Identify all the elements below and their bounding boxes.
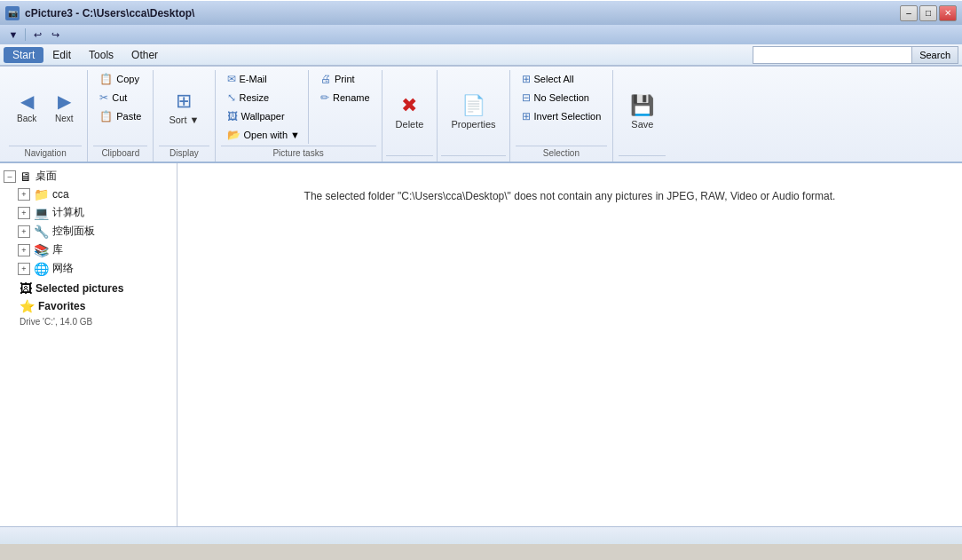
navigation-buttons: ◀ Back ▶ Next — [9, 70, 82, 144]
rename-button[interactable]: ✏ Rename — [314, 89, 376, 106]
delete-icon: ✖ — [401, 94, 417, 117]
quick-access-toolbar: ▼ ↩ ↪ — [0, 25, 962, 44]
wallpaper-button[interactable]: 🖼 Wallpaper — [221, 107, 306, 125]
computer-icon: 💻 — [34, 206, 49, 220]
quick-back-btn[interactable]: ↩ — [29, 27, 45, 43]
print-button[interactable]: 🖨 Print — [314, 70, 376, 88]
email-button[interactable]: ✉ E-Mail — [221, 70, 306, 88]
resize-icon: ⤡ — [227, 91, 236, 104]
computer-label: 计算机 — [52, 205, 84, 220]
copy-button[interactable]: 📋 Copy — [93, 70, 147, 88]
expander-cca[interactable]: + — [18, 188, 30, 201]
no-selection-icon: ⊟ — [522, 91, 531, 104]
control-icon: 🔧 — [34, 225, 49, 239]
resize-button[interactable]: ⤡ Resize — [221, 89, 306, 106]
expander-library[interactable]: + — [18, 244, 30, 256]
sort-button[interactable]: ⊞ Sort ▼ — [159, 70, 209, 144]
menu-item-edit[interactable]: Edit — [43, 47, 80, 63]
title-bar: 📷 cPicture3 - C:\Users\cca\Desktop\ – □ … — [0, 0, 962, 25]
copy-icon: 📋 — [99, 73, 113, 85]
quick-forward-btn[interactable]: ↪ — [47, 27, 63, 43]
search-button[interactable]: Search — [912, 46, 958, 64]
copy-label: Copy — [116, 74, 139, 84]
menu-item-start[interactable]: Start — [4, 47, 43, 63]
expander-network[interactable]: + — [18, 263, 30, 275]
save-group-label — [619, 155, 666, 158]
ribbon-group-properties: 📄 Properties — [438, 70, 509, 162]
no-selection-button[interactable]: ⊟ No Selection — [516, 89, 608, 106]
delete-group-label — [386, 155, 434, 158]
sidebar-item-control[interactable]: + 🔧 控制面板 — [0, 222, 177, 241]
select-all-button[interactable]: ⊞ Select All — [516, 70, 608, 88]
back-button[interactable]: ◀ Back — [9, 70, 44, 144]
cut-button[interactable]: ✂ Cut — [93, 89, 147, 106]
menu-item-tools[interactable]: Tools — [80, 47, 122, 63]
search-input[interactable] — [753, 46, 912, 64]
email-icon: ✉ — [227, 73, 236, 85]
ribbon-group-selection: ⊞ Select All ⊟ No Selection ⊞ Invert Sel… — [510, 70, 614, 162]
close-button[interactable]: ✕ — [939, 5, 957, 21]
sidebar-item-library[interactable]: + 📚 库 — [0, 241, 177, 259]
cca-icon: 📁 — [34, 187, 49, 201]
picture-tasks-col2: 🖨 Print ✏ Rename — [308, 70, 376, 144]
status-bar — [0, 526, 962, 544]
network-icon: 🌐 — [34, 262, 49, 276]
library-label: 库 — [52, 242, 63, 257]
selection-content: ⊞ Select All ⊟ No Selection ⊞ Invert Sel… — [516, 70, 608, 144]
maximize-button[interactable]: □ — [919, 5, 937, 21]
expander-control[interactable]: + — [18, 225, 30, 238]
sidebar-item-desktop[interactable]: – 🖥 桌面 — [0, 167, 177, 185]
invert-selection-button[interactable]: ⊞ Invert Selection — [516, 107, 608, 125]
expander-desktop[interactable]: – — [4, 170, 16, 183]
minimize-button[interactable]: – — [900, 5, 918, 21]
sidebar-item-cca[interactable]: + 📁 cca — [0, 185, 177, 203]
selection-label: Selection — [516, 146, 608, 158]
sidebar-item-favorites[interactable]: ⭐ Favorites — [0, 297, 177, 315]
expander-computer[interactable]: + — [18, 207, 30, 219]
wallpaper-icon: 🖼 — [227, 110, 238, 122]
properties-icon: 📄 — [461, 94, 485, 117]
cut-icon: ✂ — [99, 91, 108, 104]
app-icon: 📷 — [5, 6, 20, 20]
delete-button[interactable]: ✖ Delete — [386, 70, 434, 154]
save-icon: 💾 — [630, 94, 654, 117]
save-button[interactable]: 💾 Save — [619, 70, 666, 154]
properties-content: 📄 Properties — [441, 70, 505, 154]
selection-buttons: ⊞ Select All ⊟ No Selection ⊞ Invert Sel… — [516, 70, 608, 144]
main-area: – 🖥 桌面 + 📁 cca + 💻 计算机 + 🔧 控制面板 + 📚 库 + … — [0, 163, 962, 526]
menu-item-other[interactable]: Other — [122, 47, 167, 63]
display-label: Display — [159, 146, 209, 158]
properties-group-label — [441, 155, 505, 158]
picture-tasks-label: Picture tasks — [221, 146, 376, 158]
paste-icon: 📋 — [99, 110, 113, 122]
next-label: Next — [55, 114, 74, 123]
back-icon: ◀ — [20, 91, 34, 112]
sidebar-item-network[interactable]: + 🌐 网络 — [0, 259, 177, 278]
clipboard-content: 📋 Copy ✂ Cut 📋 Paste — [93, 70, 147, 144]
display-content: ⊞ Sort ▼ — [159, 70, 209, 144]
desktop-label: 桌面 — [35, 169, 57, 184]
properties-button[interactable]: 📄 Properties — [441, 70, 505, 154]
paste-button[interactable]: 📋 Paste — [93, 107, 147, 125]
window-title: cPicture3 - C:\Users\cca\Desktop\ — [25, 7, 194, 20]
sort-label: Sort ▼ — [169, 114, 199, 125]
expander-favorites — [4, 300, 16, 312]
next-button[interactable]: ▶ Next — [46, 70, 82, 144]
sidebar-item-selected-pictures[interactable]: 🖼 Selected pictures — [0, 278, 177, 297]
content-area: The selected folder "C:\Users\cca\Deskto… — [177, 163, 962, 526]
open-with-button[interactable]: 📂 Open with ▼ — [221, 126, 306, 144]
wallpaper-label: Wallpaper — [241, 111, 285, 122]
cca-label: cca — [52, 188, 69, 201]
open-with-icon: 📂 — [227, 129, 240, 141]
ribbon-group-picture-tasks: ✉ E-Mail ⤡ Resize 🖼 Wallpaper 📂 Open wit… — [216, 70, 382, 162]
rename-label: Rename — [333, 92, 370, 103]
sidebar-item-computer[interactable]: + 💻 计算机 — [0, 203, 177, 222]
email-label: E-Mail — [240, 74, 267, 84]
desktop-icon: 🖥 — [20, 170, 32, 184]
resize-label: Resize — [240, 92, 270, 103]
selected-pictures-icon: 🖼 — [20, 281, 32, 296]
delete-content: ✖ Delete — [386, 70, 434, 154]
save-label: Save — [631, 119, 653, 130]
no-selection-label: No Selection — [534, 92, 589, 103]
quick-access-dropdown[interactable]: ▼ — [5, 27, 21, 43]
